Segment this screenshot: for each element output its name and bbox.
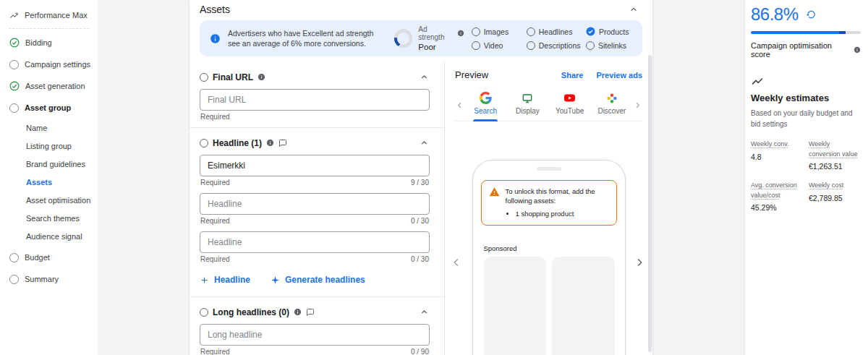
headline-label: Headline (1) (213, 138, 262, 148)
collapse-long-headlines-chevron-up-icon[interactable] (419, 307, 430, 317)
add-headline-button[interactable]: Headline (200, 275, 250, 285)
collapse-headline-chevron-up-icon[interactable] (419, 137, 430, 148)
headline-input-3[interactable] (200, 231, 430, 253)
sidebar-item-label: Budget (25, 253, 50, 262)
preview-chevron-right-icon[interactable] (633, 256, 646, 269)
sidebar-item-performance-max[interactable]: Performance Max (0, 4, 98, 26)
assets-form: Final URL Required Headline (1) (190, 62, 444, 355)
share-link[interactable]: Share (561, 71, 584, 80)
asset-group-subnav: Name Listing group Brand guidelines Asse… (0, 119, 98, 245)
asset-status-label: Video (484, 41, 503, 50)
tab-label: YouTube (556, 107, 584, 115)
collapse-panel-chevron-up-icon[interactable] (628, 4, 639, 15)
discover-icon (606, 93, 618, 104)
phone-notch (537, 167, 561, 171)
asset-status-descriptions[interactable]: Descriptions (527, 41, 579, 50)
sidebar-item-asset-generation[interactable]: Asset generation (0, 75, 98, 97)
sidebar-item-label: Asset generation (25, 82, 85, 90)
long-headline-input[interactable] (200, 324, 430, 346)
required-hint: Required (200, 255, 230, 263)
info-icon[interactable] (457, 30, 464, 37)
preview-format-tabs: Search Display YouTube Discover (455, 89, 642, 121)
step-circle-icon (9, 103, 19, 113)
ad-strength-widget: Ad strength Poor (394, 25, 464, 51)
sparkle-icon (271, 275, 280, 285)
sidebar-item-budget[interactable]: Budget (0, 247, 98, 268)
stat-avg-conversion-value-cost: Avg. conversion value/cost 45.29% (751, 181, 803, 212)
status-circle-icon (200, 73, 208, 82)
long-headlines-section: Long headlines (0) Required 0 / 90 (200, 299, 430, 355)
ad-placeholder-cards (484, 257, 615, 355)
sponsored-label: Sponsored (484, 244, 625, 252)
info-icon[interactable] (258, 73, 265, 81)
asset-status-label: Descriptions (539, 41, 581, 50)
format-warning-card: To unlock this format, add the following… (481, 180, 617, 226)
sidebar-subitem-search-themes[interactable]: Search themes (0, 209, 98, 227)
stat-label: Avg. conversion value/cost (751, 181, 803, 200)
radio-unchecked-icon (472, 41, 480, 50)
collapse-final-url-chevron-up-icon[interactable] (419, 72, 430, 82)
scrollbar[interactable] (648, 55, 652, 352)
warning-list-item: 1 shopping product (516, 210, 610, 218)
headline-section: Headline (1) Required 9 / 30 Required 0 … (200, 129, 430, 294)
score-progress-potential (839, 31, 846, 34)
long-headlines-label: Long headlines (0) (213, 307, 289, 317)
asset-status-label: Products (599, 27, 629, 36)
stat-value: 45.29% (751, 203, 803, 212)
final-url-input[interactable] (200, 89, 430, 111)
ad-strength-gauge (394, 29, 413, 48)
comment-icon[interactable] (306, 308, 315, 317)
phone-mockup: To unlock this format, add the following… (472, 160, 626, 355)
sidebar-subitem-audience-signal[interactable]: Audience signal (0, 227, 98, 245)
step-circle-icon (9, 275, 19, 284)
youtube-icon (563, 92, 576, 104)
sidebar-subitem-name[interactable]: Name (0, 119, 98, 137)
sidebar-item-bidding[interactable]: Bidding (0, 32, 98, 54)
optimisation-score-value: 86.8% (751, 4, 799, 25)
stat-value: €1,263.51 (809, 162, 861, 171)
plus-icon (200, 275, 209, 285)
tab-discover[interactable]: Discover (591, 90, 633, 121)
asset-status-products[interactable]: Products (586, 27, 634, 36)
generate-headlines-button[interactable]: Generate headlines (271, 275, 365, 285)
assets-panel-title: Assets (200, 4, 230, 15)
char-counter: 9 / 30 (411, 179, 429, 187)
optimisation-score-label: Campaign optimisation score (751, 41, 851, 59)
asset-status-video[interactable]: Video (472, 41, 519, 50)
sidebar-subitem-brand-guidelines[interactable]: Brand guidelines (0, 155, 98, 173)
sidebar-subitem-assets[interactable]: Assets (0, 173, 98, 191)
score-history-icon[interactable] (806, 9, 816, 20)
status-circle-icon (200, 139, 208, 147)
headline-input-1[interactable] (200, 155, 430, 176)
tabs-chevron-left-icon[interactable] (455, 100, 464, 110)
info-icon[interactable] (266, 139, 274, 147)
preview-chevron-left-icon[interactable] (450, 256, 463, 269)
stat-weekly-conversion-value: Weekly conversion value €1,263.51 (809, 140, 861, 171)
sidebar-subitem-listing-group[interactable]: Listing group (0, 137, 98, 155)
section-divider (190, 296, 444, 297)
asset-status-sitelinks[interactable]: Sitelinks (586, 41, 634, 50)
tab-youtube[interactable]: YouTube (549, 89, 591, 121)
sidebar-item-campaign-settings[interactable]: Campaign settings (0, 54, 98, 75)
preview-ads-link[interactable]: Preview ads (596, 71, 642, 80)
asset-status-headlines[interactable]: Headlines (527, 27, 579, 36)
info-icon[interactable] (854, 46, 861, 54)
trending-up-icon (751, 74, 861, 87)
assets-card: Assets Advertisers who have Excellent ad… (190, 0, 652, 355)
display-icon (522, 93, 533, 104)
info-icon[interactable] (294, 308, 302, 316)
stat-weekly-conv: Weekly conv. 4.8 (751, 140, 803, 171)
tabs-chevron-right-icon[interactable] (633, 100, 642, 110)
tab-search[interactable]: Search (464, 89, 506, 121)
sidebar-item-summary[interactable]: Summary (0, 268, 98, 290)
assets-content: Final URL Required Headline (1) (190, 62, 652, 355)
banner-text: Advertisers who have Excellent ad streng… (228, 28, 383, 48)
sidebar-subitem-asset-optimisation[interactable]: Asset optimisation (0, 191, 98, 209)
sidebar-item-label: Asset group (25, 103, 71, 112)
comment-icon[interactable] (278, 139, 287, 147)
headline-input-2[interactable] (200, 193, 430, 215)
tab-display[interactable]: Display (506, 90, 548, 121)
check-circle-filled-icon (586, 27, 595, 36)
asset-status-images[interactable]: Images (472, 27, 519, 36)
sidebar-item-asset-group[interactable]: Asset group (0, 97, 98, 119)
